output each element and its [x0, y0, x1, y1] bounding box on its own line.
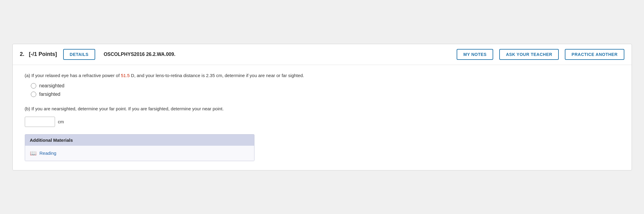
question-body: (a) If your relaxed eye has a refractive…: [13, 65, 632, 170]
radio-option-nearsighted[interactable]: nearsighted: [31, 83, 620, 89]
additional-materials: Additional Materials 📖 Reading: [25, 134, 254, 161]
answer-input[interactable]: [25, 117, 55, 127]
part-a: (a) If your relaxed eye has a refractive…: [25, 72, 620, 97]
part-b: (b) If you are nearsighted, determine yo…: [25, 105, 620, 127]
nearsighted-label: nearsighted: [39, 83, 65, 89]
ask-teacher-button[interactable]: ASK YOUR TEACHER: [499, 49, 559, 60]
unit-label: cm: [58, 119, 64, 124]
question-container: 2. [-/1 Points] DETAILS OSCOLPHYS2016 26…: [12, 44, 632, 170]
question-code: OSCOLPHYS2016 26.2.WA.009.: [104, 52, 175, 57]
additional-materials-header: Additional Materials: [25, 135, 254, 146]
part-b-label: (b) If you are nearsighted, determine yo…: [25, 105, 620, 112]
reading-link[interactable]: 📖 Reading: [30, 150, 249, 157]
highlight-value: 51.5: [121, 73, 130, 78]
part-a-label: (a) If your relaxed eye has a refractive…: [25, 72, 620, 79]
reading-label: Reading: [40, 151, 57, 156]
radio-group-sight: nearsighted farsighted: [31, 83, 620, 97]
details-button[interactable]: DETAILS: [63, 49, 95, 60]
book-icon: 📖: [30, 150, 37, 157]
radio-nearsighted[interactable]: [31, 83, 36, 89]
my-notes-button[interactable]: MY NOTES: [457, 49, 493, 60]
question-header: 2. [-/1 Points] DETAILS OSCOLPHYS2016 26…: [13, 44, 632, 65]
radio-farsighted[interactable]: [31, 92, 36, 97]
part-b-input-row: cm: [25, 117, 620, 127]
practice-another-button[interactable]: PRACTICE ANOTHER: [565, 49, 624, 60]
radio-option-farsighted[interactable]: farsighted: [31, 92, 620, 97]
additional-materials-body: 📖 Reading: [25, 146, 254, 161]
question-number: 2. [-/1 Points]: [20, 51, 57, 57]
farsighted-label: farsighted: [39, 92, 60, 97]
